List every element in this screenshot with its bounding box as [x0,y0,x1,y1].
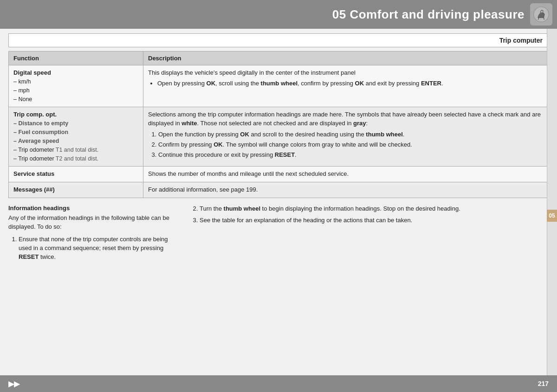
col-header-description: Description [143,51,549,65]
step-item: Continue this procedure or exit by press… [158,151,544,160]
function-cell-service: Service status [9,167,143,182]
func-sub-t2-colored: T2 and total dist. [56,155,98,162]
desc-text-digital-speed: This displays the vehicle's speed digita… [148,69,356,76]
page-header: 05 Comfort and driving pleasure [0,0,557,29]
sidebar-num-area: 05 [547,29,557,375]
table-row: Digital speed – km/h – mph – None This d… [9,65,549,107]
lower-right-steps: Turn the thumb wheel to begin displaying… [200,205,549,225]
section-title-bar: Trip computer [8,33,549,47]
bold-white: white [181,120,197,127]
lower-right: Turn the thumb wheel to begin displaying… [189,205,549,263]
func-sub-distance: – Distance to empty [13,120,68,127]
table-row: Messages (##) For additional information… [9,182,549,198]
desc-cell-digital-speed: This displays the vehicle's speed digita… [143,65,549,107]
desc-bullet-list: Open by pressing OK, scroll using the th… [157,79,544,88]
lower-right-step-2: Turn the thumb wheel to begin displaying… [200,205,549,213]
table-row: Trip comp. opt. – Distance to empty – Fu… [9,107,549,167]
trip-comp-steps: Open the function by pressing OK and scr… [158,130,544,160]
func-sub-fuel: – Fuel consumption [13,129,68,135]
func-sub-t1-colored: T1 and total dist. [56,147,98,153]
func-sub-kmh: – km/h [13,78,31,85]
desc-cell-service: Shows the number of months and mileage u… [143,167,549,182]
page-title: 05 Comfort and driving pleasure [332,7,525,22]
footer-arrow: ▶▶ [8,379,19,388]
col-header-function: Function [9,51,143,65]
table-row: Service status Shows the number of month… [9,167,549,182]
header-icon [530,3,552,26]
content-area: Function Description Digital speed – km/… [8,51,549,198]
step-item: Open the function by pressing OK and scr… [158,130,544,139]
bold-reset2: RESET [19,253,39,260]
bold-thumbwheel: thumb wheel [261,80,298,87]
info-headings-title: Information headings [8,205,180,212]
desc-text-service: Shows the number of months and mileage u… [148,170,349,177]
footer-page-num: 217 [538,380,549,387]
bold-ok2: OK [355,80,364,87]
lower-intro: Any of the information headings in the f… [8,214,180,231]
function-cell-trip-comp: Trip comp. opt. – Distance to empty – Fu… [9,107,143,167]
desc-cell-trip-comp: Selections among the trip computer infor… [143,107,549,167]
bold-thumbwheel3: thumb wheel [224,205,260,212]
page-wrapper: 05 Comfort and driving pleasure Trip com… [0,0,557,392]
lower-left-steps: Ensure that none of the trip computer co… [19,235,180,262]
func-sub-none: – None [13,96,32,103]
lower-section: Information headings Any of the informat… [8,205,549,263]
bold-thumbwheel2: thumb wheel [366,131,402,138]
bold-ok3: OK [240,131,249,138]
function-main-service: Service status [13,170,54,177]
lower-right-step-3: See the table for an explanation of the … [200,216,549,225]
bold-gray: gray [353,120,366,127]
page-footer: ▶▶ 217 [0,375,557,392]
desc-intro-trip: Selections among the trip computer infor… [148,111,541,127]
bold-enter: ENTER [421,80,441,87]
function-cell-messages: Messages (##) [9,182,143,198]
bold-ok4: OK [214,141,223,148]
lower-left-step-1: Ensure that none of the trip computer co… [19,235,180,262]
section-title: Trip computer [499,37,543,44]
function-main-messages: Messages (##) [13,186,55,193]
lower-left: Information headings Any of the informat… [8,205,180,263]
bold-reset: RESET [275,151,295,158]
func-sub-t1: – Trip odometer T1 and total dist. [13,147,98,153]
function-main-label: Digital speed [13,69,51,76]
comfort-icon [533,6,550,23]
info-table: Function Description Digital speed – km/… [8,51,549,198]
desc-bullet-item: Open by pressing OK, scroll using the th… [157,79,544,88]
step-item: Confirm by pressing OK. The symbol will … [158,141,544,149]
func-sub-t2: – Trip odometer T2 and total dist. [13,155,98,162]
function-main-trip: Trip comp. opt. [13,111,57,118]
bold-ok: OK [207,80,216,87]
sidebar-chapter-marker: 05 [547,210,557,222]
func-sub-mph: – mph [13,87,30,94]
desc-cell-messages: For additional information, see page 199… [143,182,549,198]
function-cell-digital-speed: Digital speed – km/h – mph – None [9,65,143,107]
desc-text-messages: For additional information, see page 199… [148,186,258,193]
func-sub-avgspeed: – Average speed [13,138,59,144]
